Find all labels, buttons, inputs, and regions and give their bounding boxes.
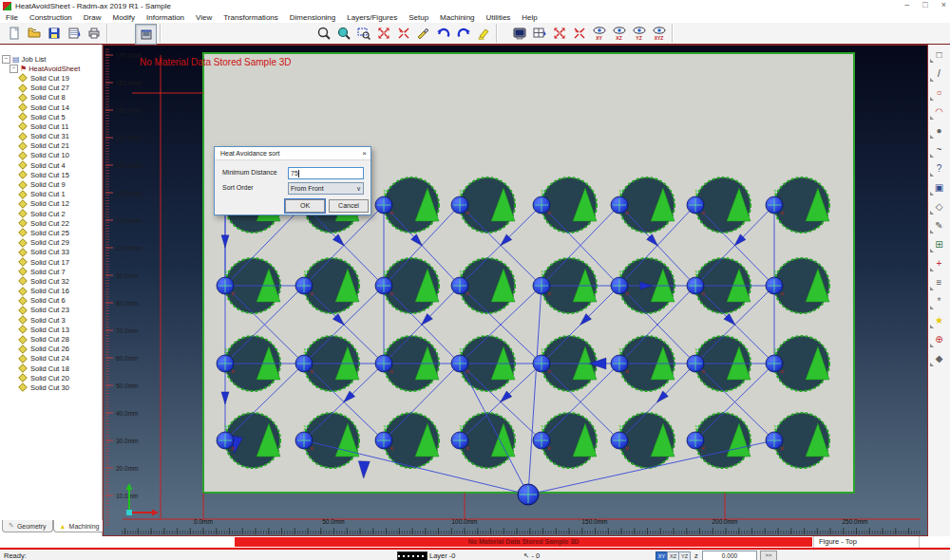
tab-geometry[interactable]: ✎ Geometry xyxy=(2,520,53,532)
eye-xyz-icon[interactable]: XYZ xyxy=(649,24,669,43)
add-circle-icon[interactable]: ⊕ xyxy=(930,329,949,348)
tree-item-solid-cut-15[interactable]: Solid Cut 15 xyxy=(0,170,102,179)
tree-item-solid-cut-3[interactable]: Solid Cut 3 xyxy=(0,315,102,325)
menu-modify[interactable]: Modify xyxy=(106,13,141,22)
dialog-close-icon[interactable]: × xyxy=(362,149,367,158)
tree-item-solid-cut-8[interactable]: Solid Cut 8 xyxy=(0,93,102,103)
tree-item-solid-cut-18[interactable]: Solid Cut 18 xyxy=(0,364,102,373)
tree-item-solid-cut-30[interactable]: Solid Cut 30 xyxy=(0,383,102,392)
draw-circle-icon[interactable]: ○ xyxy=(930,83,949,102)
open-file-icon[interactable] xyxy=(24,24,44,43)
menu-draw[interactable]: Draw xyxy=(78,13,107,22)
view-cube-icon[interactable]: ◇ xyxy=(930,196,949,215)
dimension-icon[interactable]: ⊞ xyxy=(930,234,949,253)
viewport[interactable]: No Material Data Stored Sample 3D170.0mm… xyxy=(103,45,928,536)
tree-item-solid-cut-20[interactable]: Solid Cut 20 xyxy=(0,373,102,383)
new-file-icon[interactable] xyxy=(4,24,24,43)
tree-item-solid-cut-14[interactable]: Solid Cut 14 xyxy=(0,103,102,112)
draw-spline-icon[interactable]: ~ xyxy=(930,140,949,159)
z-more-button[interactable]: >> xyxy=(760,551,777,560)
sort-order-select[interactable]: From Front∨ xyxy=(288,182,364,195)
pick-tool-icon[interactable]: ◆ xyxy=(930,348,949,367)
save-icon[interactable] xyxy=(44,24,64,43)
view-3d-icon[interactable] xyxy=(509,24,529,43)
line-style-swatch[interactable] xyxy=(397,551,428,560)
tree-item-solid-cut-31[interactable]: Solid Cut 31 xyxy=(0,132,102,141)
tree-item-solid-cut-24[interactable]: Solid Cut 24 xyxy=(0,354,102,364)
tree-root-job-list[interactable]: −▤Job List xyxy=(0,54,102,64)
cancel-button[interactable]: Cancel xyxy=(329,199,369,213)
favorites-icon[interactable]: ★ xyxy=(930,310,949,329)
z-value-input[interactable]: 0.000 xyxy=(702,551,757,560)
tree-item-solid-cut-5[interactable]: Solid Cut 5 xyxy=(0,112,102,121)
solid-sphere-icon[interactable]: ● xyxy=(930,121,949,140)
tree-item-solid-cut-10[interactable]: Solid Cut 10 xyxy=(0,151,102,160)
menu-file[interactable]: File xyxy=(0,13,24,22)
tree-item-solid-cut-17[interactable]: Solid Cut 17 xyxy=(0,257,102,267)
tree-item-solid-cut-11[interactable]: Solid Cut 11 xyxy=(0,121,102,131)
menu-view[interactable]: View xyxy=(190,13,218,22)
tree-item-solid-cut-12[interactable]: Solid Cut 12 xyxy=(0,199,102,209)
tree-item-solid-cut-29[interactable]: Solid Cut 29 xyxy=(0,238,102,248)
menu-dimensioning[interactable]: Dimensioning xyxy=(284,13,341,22)
tree-item-solid-cut-13[interactable]: Solid Cut 13 xyxy=(0,325,102,334)
shrink-view-icon[interactable] xyxy=(569,24,589,43)
tree-item-solid-cut-23[interactable]: Solid Cut 23 xyxy=(0,306,102,315)
menu-layers-figures[interactable]: Layers/Figures xyxy=(341,13,403,22)
menu-setup[interactable]: Setup xyxy=(403,13,434,22)
menu-help[interactable]: Help xyxy=(516,13,542,22)
plane-toggle-yz[interactable]: YZ xyxy=(678,551,691,560)
tree-item-solid-cut-16[interactable]: Solid Cut 16 xyxy=(0,287,102,296)
menu-information[interactable]: Information xyxy=(141,13,190,22)
tree-item-solid-cut-7[interactable]: Solid Cut 7 xyxy=(0,267,102,276)
tree-item-solid-cut-2[interactable]: Solid Cut 2 xyxy=(0,209,102,218)
job-sheet-icon[interactable] xyxy=(64,24,84,43)
redraw-brush-icon[interactable] xyxy=(413,24,433,43)
tree-item-solid-cut-33[interactable]: Solid Cut 33 xyxy=(0,248,102,257)
tree-item-solid-cut-21[interactable]: Solid Cut 21 xyxy=(0,141,102,151)
dialog-title-bar[interactable]: Heat Avoidance sort × xyxy=(215,147,370,160)
tab-machining[interactable]: ▲ Machining xyxy=(53,520,106,532)
collapse-icon[interactable]: − xyxy=(10,65,18,73)
select-rectangle-icon[interactable]: □ xyxy=(930,45,949,64)
tree-item-solid-cut-6[interactable]: Solid Cut 6 xyxy=(0,296,102,306)
tree-item-solid-cut-22[interactable]: Solid Cut 22 xyxy=(0,218,102,228)
menu-construction[interactable]: Construction xyxy=(24,13,78,22)
tree-item-solid-cut-19[interactable]: Solid Cut 19 xyxy=(0,73,102,83)
menu-transformations[interactable]: Transformations xyxy=(218,13,284,22)
highlighter-icon[interactable] xyxy=(473,24,493,43)
close-icon[interactable]: × xyxy=(941,0,946,9)
capture-view-icon[interactable] xyxy=(135,24,157,45)
zoom-previous-icon[interactable] xyxy=(393,24,413,43)
eye-xz-icon[interactable]: XZ xyxy=(609,24,629,43)
origin-point-icon[interactable]: + xyxy=(930,253,949,272)
draw-arc-icon[interactable]: ◠ xyxy=(930,102,949,121)
eye-xy-icon[interactable]: XY xyxy=(589,24,609,43)
machine-setup-icon[interactable]: ≡ xyxy=(930,272,949,291)
draw-line-icon[interactable]: / xyxy=(930,64,949,83)
ok-button[interactable]: OK xyxy=(285,199,325,213)
expand-view-icon[interactable] xyxy=(549,24,569,43)
menu-utilities[interactable]: Utilities xyxy=(481,13,517,22)
menu-machining[interactable]: Machining xyxy=(434,13,480,22)
zoom-window-icon[interactable] xyxy=(353,24,373,43)
annotate-icon[interactable]: ✎ xyxy=(930,215,949,234)
tree-item-solid-cut-1[interactable]: Solid Cut 1 xyxy=(0,190,102,199)
undo-icon[interactable] xyxy=(433,24,453,43)
tree-item-heatavoidsheet[interactable]: −⚑HeatAvoidSheet xyxy=(0,64,102,73)
query-icon[interactable]: ? xyxy=(930,159,949,177)
zoom-globe-icon[interactable] xyxy=(333,24,353,43)
zoom-icon[interactable] xyxy=(314,24,333,43)
view-layout-icon[interactable] xyxy=(529,24,549,43)
maximize-icon[interactable]: □ xyxy=(922,0,927,9)
tree-item-solid-cut-28[interactable]: Solid Cut 28 xyxy=(0,334,102,344)
tree-item-solid-cut-25[interactable]: Solid Cut 25 xyxy=(0,228,102,237)
collapse-icon[interactable]: − xyxy=(2,55,10,64)
eye-yz-icon[interactable]: YZ xyxy=(629,24,649,43)
process-gear-icon[interactable]: * xyxy=(930,291,949,310)
tree-item-solid-cut-26[interactable]: Solid Cut 26 xyxy=(0,345,102,354)
minimize-icon[interactable]: – xyxy=(904,0,909,9)
min-distance-input[interactable]: 75 xyxy=(288,167,364,179)
start-node[interactable] xyxy=(518,484,539,505)
redo-icon[interactable] xyxy=(453,24,473,43)
